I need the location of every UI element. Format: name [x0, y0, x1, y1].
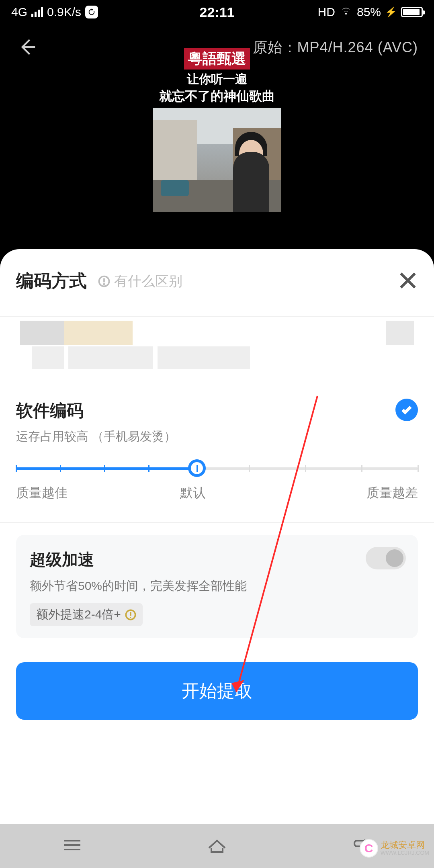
- network-type: 4G: [11, 5, 27, 19]
- boost-title: 超级加速: [30, 549, 404, 571]
- boost-toggle[interactable]: [366, 547, 406, 569]
- status-right: HD 85% ⚡: [318, 5, 423, 19]
- option-title: 软件编码: [16, 399, 418, 422]
- redacted-options-row: [0, 316, 434, 385]
- clock: 22:11: [200, 4, 235, 20]
- start-extract-button[interactable]: 开始提取: [16, 662, 418, 720]
- thumb-subtitle-1: 让你听一遍: [153, 71, 281, 88]
- wifi-icon: [339, 5, 353, 19]
- back-button[interactable]: [16, 36, 38, 59]
- watermark-url: WWW.LCJRJ.COM: [381, 850, 429, 856]
- sheet-title: 编码方式: [16, 269, 87, 293]
- divider: [0, 522, 434, 523]
- sheet-header: 编码方式 有什么区别: [0, 249, 434, 305]
- watermark: C 龙城安卓网 WWW.LCJRJ.COM: [360, 839, 429, 858]
- slider-label-left: 质量越佳: [16, 484, 68, 502]
- quality-slider[interactable]: 质量越佳 默认 质量越差: [0, 455, 434, 506]
- help-link[interactable]: 有什么区别: [98, 272, 182, 291]
- watermark-name: 龙城安卓网: [381, 841, 429, 850]
- svg-point-5: [130, 617, 131, 618]
- nav-home-icon[interactable]: [205, 836, 229, 856]
- boost-tag[interactable]: 额外提速2-4倍+: [30, 603, 143, 626]
- status-left: 4G 0.9K/s: [11, 5, 98, 19]
- slider-label-right: 质量越差: [366, 484, 418, 502]
- nav-recent-icon[interactable]: [60, 836, 84, 856]
- hd-indicator: HD: [318, 5, 335, 19]
- charging-icon: ⚡: [385, 6, 397, 18]
- thumb-subtitle-2: 就忘不了的神仙歌曲: [153, 88, 281, 105]
- slider-label-mid: 默认: [180, 484, 206, 502]
- thumb-image: [153, 108, 281, 212]
- signal-icon: [31, 7, 43, 17]
- sync-icon: [85, 6, 98, 18]
- svg-point-2: [104, 284, 104, 285]
- super-boost-card: 超级加速 额外节省50%的时间，完美发挥全部性能 额外提速2-4倍+: [16, 535, 418, 638]
- help-text: 有什么区别: [114, 272, 182, 291]
- toggle-knob: [386, 549, 403, 567]
- software-encoding-option[interactable]: 软件编码 运存占用较高 （手机易发烫）: [0, 385, 434, 455]
- warning-icon: [125, 609, 136, 620]
- video-thumbnail[interactable]: 粵語甄選 让你听一遍 就忘不了的神仙歌曲: [153, 48, 281, 212]
- status-bar: 4G 0.9K/s 22:11 HD 85% ⚡: [0, 0, 434, 24]
- encoding-sheet: 编码方式 有什么区别 软件编码 运存占用较高 （手机易发烫）: [0, 249, 434, 868]
- boost-subtitle: 额外节省50%的时间，完美发挥全部性能: [30, 578, 404, 594]
- battery-icon: [401, 7, 423, 17]
- network-speed: 0.9K/s: [47, 5, 81, 19]
- selected-check-icon: [395, 399, 418, 421]
- option-subtitle: 运存占用较高 （手机易发烫）: [16, 428, 418, 445]
- watermark-logo: C: [360, 839, 378, 858]
- boost-tag-text: 额外提速2-4倍+: [36, 606, 121, 623]
- thumb-title: 粵語甄選: [184, 48, 250, 70]
- video-preview: 原始：MP4/H.264 (AVC) 粵語甄選 让你听一遍 就忘不了的神仙歌曲: [0, 24, 434, 249]
- close-button[interactable]: [398, 270, 418, 292]
- battery-percent: 85%: [357, 5, 381, 19]
- cta-label: 开始提取: [182, 681, 252, 700]
